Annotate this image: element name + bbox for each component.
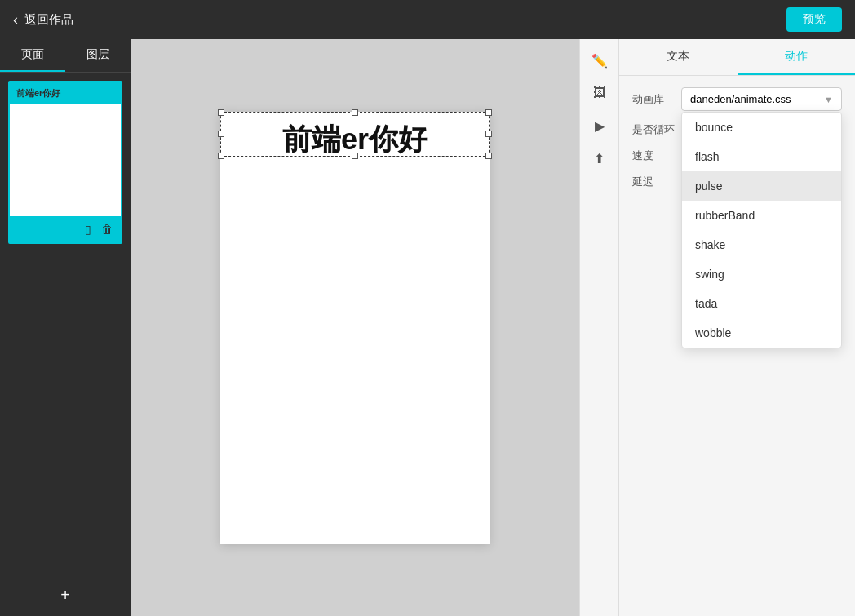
image-icon-btn[interactable]: 🖼: [585, 78, 614, 108]
thumbnail-footer: ▯ 🗑: [10, 216, 121, 242]
thumbnail-body: [10, 104, 121, 231]
preview-button[interactable]: 预览: [786, 7, 842, 32]
dropdown-item-flash[interactable]: flash: [682, 142, 841, 171]
right-content: 动画库 daneden/animate.css ▼ bounce flash p…: [619, 76, 855, 616]
delay-label: 延迟: [632, 175, 681, 189]
dropdown-item-rubberband[interactable]: rubberBand: [682, 201, 841, 230]
page-thumbnail[interactable]: 前端er你好 ▯ 🗑: [8, 81, 122, 244]
delete-icon[interactable]: 🗑: [101, 223, 113, 236]
right-tabs: 文本 动作: [619, 39, 855, 76]
left-panel: 页面 图层 前端er你好 ▯ 🗑 +: [0, 39, 131, 616]
animation-dropdown[interactable]: bounce flash pulse rubberBand shake swin…: [681, 112, 842, 348]
right-panel: 文本 动作 动画库 daneden/animate.css ▼ bounce f…: [618, 39, 855, 616]
canvas-text[interactable]: 前端er你好: [220, 120, 490, 160]
handle-tl: [218, 109, 224, 116]
speed-label: 速度: [632, 148, 681, 163]
nav-left: ‹ 返回作品: [13, 11, 73, 29]
anim-lib-select[interactable]: daneden/animate.css ▼: [681, 87, 842, 111]
loop-label: 是否循环: [632, 122, 681, 137]
canvas-frame[interactable]: 前端er你好: [220, 112, 490, 544]
tab-pages[interactable]: 页面: [0, 39, 65, 72]
upload-icon-btn[interactable]: ⬆: [585, 144, 614, 173]
dropdown-item-wobble[interactable]: wobble: [682, 318, 841, 348]
thumbnail-title: 前端er你好: [10, 82, 121, 104]
anim-lib-value: daneden/animate.css: [690, 93, 791, 105]
anim-lib-label: 动画库: [632, 92, 681, 107]
anim-lib-row: 动画库 daneden/animate.css ▼ bounce flash p…: [632, 87, 842, 111]
copy-icon[interactable]: ▯: [85, 223, 91, 236]
tab-text[interactable]: 文本: [619, 39, 738, 75]
side-toolbar: ✏️ 🖼 ▶ ⬆: [579, 39, 618, 616]
edit-icon-btn[interactable]: ✏️: [585, 46, 614, 75]
play-icon-btn[interactable]: ▶: [585, 111, 614, 140]
handle-tm: [352, 109, 358, 116]
dropdown-item-tada[interactable]: tada: [682, 289, 841, 318]
select-arrow-icon: ▼: [824, 95, 833, 104]
dropdown-item-shake[interactable]: shake: [682, 230, 841, 259]
dropdown-item-pulse[interactable]: pulse: [682, 171, 841, 201]
top-nav: ‹ 返回作品 预览: [0, 0, 855, 39]
dropdown-item-swing[interactable]: swing: [682, 259, 841, 289]
handle-tr: [485, 109, 492, 116]
dropdown-item-bounce[interactable]: bounce: [682, 113, 841, 142]
tab-layers[interactable]: 图层: [65, 39, 131, 72]
canvas-area: 前端er你好: [131, 39, 579, 616]
anim-lib-control: daneden/animate.css ▼ bounce flash pulse…: [681, 87, 842, 111]
nav-title: 返回作品: [24, 12, 73, 28]
main-area: 页面 图层 前端er你好 ▯ 🗑 + 前端er你: [0, 39, 855, 616]
add-page-button[interactable]: +: [0, 574, 131, 616]
tab-action[interactable]: 动作: [738, 39, 856, 75]
back-icon[interactable]: ‹: [13, 11, 18, 29]
left-tabs: 页面 图层: [0, 39, 131, 73]
